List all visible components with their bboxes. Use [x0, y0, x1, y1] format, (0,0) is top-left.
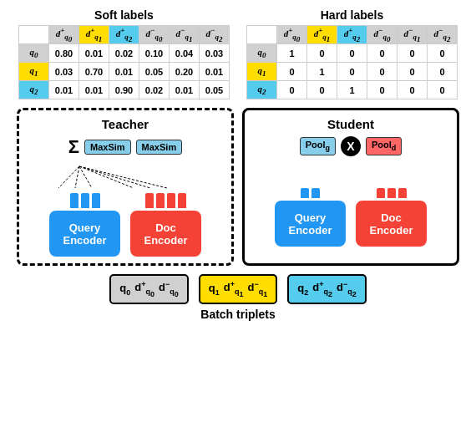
soft-labels-title: Soft labels [94, 8, 154, 22]
hard-labels-block: Hard labels d+q0 d+q1 d+q2 d−q0 d−q1 d−q… [246, 8, 458, 99]
soft-cell-0-2: 0.02 [109, 44, 139, 63]
hard-cell-1-0: 0 [277, 63, 307, 81]
hard-labels-matrix: d+q0 d+q1 d+q2 d−q0 d−q1 d−q2 q0 1 0 0 0… [246, 25, 458, 99]
soft-cell-1-5: 0.01 [200, 63, 230, 81]
batch-section: q0 d+q0 d−q0 q1 d+q1 d−q1 q2 d+q2 d−q2 B… [8, 274, 468, 321]
teacher-doc-group: DocEncoder [130, 193, 201, 257]
hard-cell-0-4: 0 [398, 44, 428, 63]
triplet-q2: q2 d+q2 d−q2 [287, 274, 366, 304]
soft-cell-0-1: 0.01 [79, 44, 109, 63]
soft-col-header-4: d−q1 [170, 26, 200, 44]
hard-cell-2-4: 0 [398, 81, 428, 99]
soft-labels-matrix: d+q0 d+q1 d+q2 d−q0 d−q1 d−q2 q0 0.80 0.… [18, 25, 230, 99]
soft-cell-1-0: 0.03 [49, 63, 79, 81]
teacher-query-group: QueryEncoder [49, 193, 120, 257]
hard-cell-2-1: 0 [307, 81, 337, 99]
bar-blue-1 [70, 193, 78, 208]
pool-d-box: Poold [366, 137, 402, 155]
hard-labels-title: Hard labels [321, 8, 383, 22]
soft-row-header-2: q2 [19, 81, 49, 99]
soft-cell-0-4: 0.04 [170, 44, 200, 63]
student-title: Student [327, 117, 374, 131]
soft-col-header-5: d−q2 [200, 26, 230, 44]
hard-cell-2-2: 1 [337, 81, 367, 99]
triplet-q1-dpos: d+q1 [224, 280, 244, 298]
svg-line-5 [79, 166, 167, 188]
bar-blue-3 [92, 193, 100, 208]
triplet-q1-label: q1 [209, 282, 220, 297]
hard-row-header-1: q1 [247, 63, 277, 81]
bar-blue-s-1 [301, 188, 309, 198]
soft-col-header-0: d+q0 [49, 26, 79, 44]
hard-cell-0-3: 0 [367, 44, 398, 63]
teacher-query-bars [70, 193, 100, 208]
student-box: Student Poolg X Poold QueryEncoder [242, 108, 459, 266]
hard-cell-2-0: 0 [277, 81, 307, 99]
bar-red-4 [178, 193, 186, 208]
hard-cell-1-4: 0 [398, 63, 428, 81]
soft-cell-2-2: 0.90 [109, 81, 139, 99]
bar-red-s-1 [377, 188, 385, 198]
teacher-title: Teacher [102, 117, 149, 131]
teacher-doc-encoder: DocEncoder [130, 211, 201, 257]
hard-cell-2-5: 0 [428, 81, 458, 99]
triplet-q2-dpos: d+q2 [312, 280, 332, 298]
soft-cell-2-3: 0.02 [139, 81, 170, 99]
soft-row-header-0: q0 [19, 44, 49, 63]
soft-col-header-3: d−q0 [139, 26, 170, 44]
svg-line-3 [79, 166, 134, 188]
soft-labels-block: Soft labels d+q0 d+q1 d+q2 d−q0 d−q1 d−q… [18, 8, 230, 99]
soft-cell-0-3: 0.10 [139, 44, 170, 63]
triplet-q0-label: q0 [119, 282, 130, 297]
bar-red-1 [145, 193, 154, 208]
hard-row-header-0: q0 [247, 44, 277, 63]
hard-cell-1-5: 0 [428, 63, 458, 81]
bar-red-2 [156, 193, 165, 208]
soft-cell-2-0: 0.01 [49, 81, 79, 99]
student-doc-bars [377, 188, 407, 198]
hard-cell-0-1: 0 [307, 44, 337, 63]
bar-red-s-3 [398, 188, 407, 198]
hard-col-header-3: d−q0 [367, 26, 398, 44]
svg-line-2 [79, 166, 92, 188]
student-encoders: QueryEncoder DocEncoder [275, 188, 427, 247]
soft-cell-2-5: 0.05 [200, 81, 230, 99]
hard-cell-1-2: 0 [337, 63, 367, 81]
teacher-encoders: QueryEncoder DocEncoder [49, 193, 201, 257]
soft-cell-2-1: 0.01 [79, 81, 109, 99]
student-top-row: Poolg X Poold [300, 136, 403, 156]
hard-cell-0-5: 0 [428, 44, 458, 63]
x-multiply-icon: X [341, 136, 361, 156]
teacher-top-row: Σ MaxSim MaxSim [68, 136, 182, 158]
student-query-encoder: QueryEncoder [275, 201, 346, 247]
teacher-query-encoder: QueryEncoder [49, 211, 120, 257]
hard-col-header-0: d+q0 [277, 26, 307, 44]
teacher-doc-bars [145, 193, 186, 208]
soft-cell-1-3: 0.05 [139, 63, 170, 81]
soft-cell-1-4: 0.20 [170, 63, 200, 81]
triplet-q1-dneg: d−q1 [247, 280, 267, 298]
bar-blue-s-2 [311, 188, 320, 198]
soft-col-header-2: d+q2 [109, 26, 139, 44]
triplet-q0-dpos: d+q0 [134, 280, 154, 298]
teacher-lines-svg [33, 165, 217, 190]
hard-col-header-4: d−q1 [398, 26, 428, 44]
soft-cell-0-0: 0.80 [49, 44, 79, 63]
soft-col-header-1: d+q1 [79, 26, 109, 44]
hard-cell-0-0: 1 [277, 44, 307, 63]
triplet-q1: q1 d+q1 d−q1 [199, 274, 277, 304]
hard-col-header-1: d+q1 [307, 26, 337, 44]
bar-red-3 [167, 193, 175, 208]
pool-g-box: Poolg [300, 137, 336, 155]
models-section: Teacher Σ MaxSim MaxSim QueryEncoder [8, 108, 468, 266]
hard-cell-0-2: 0 [337, 44, 367, 63]
labels-section: Soft labels d+q0 d+q1 d+q2 d−q0 d−q1 d−q… [8, 8, 468, 99]
maxsim-box-1: MaxSim [84, 140, 131, 155]
triplet-q0-dneg: d−q0 [159, 280, 179, 298]
student-doc-encoder: DocEncoder [356, 201, 427, 247]
hard-col-header-2: d+q2 [337, 26, 367, 44]
maxsim-box-2: MaxSim [136, 140, 183, 155]
hard-cell-2-3: 0 [367, 81, 398, 99]
hard-row-header-2: q2 [247, 81, 277, 99]
hard-cell-1-1: 1 [307, 63, 337, 81]
